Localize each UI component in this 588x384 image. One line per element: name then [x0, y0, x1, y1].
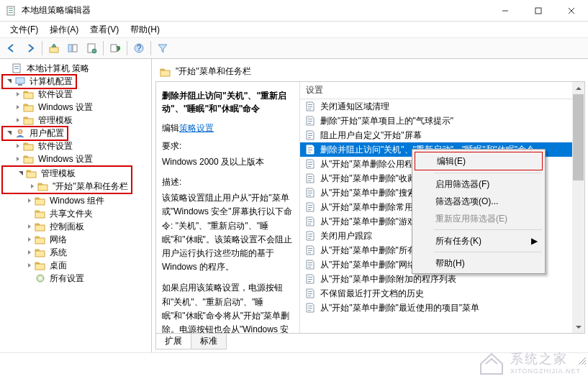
- help-button[interactable]: ?: [130, 40, 148, 57]
- window-title: 本地组策略编辑器: [22, 4, 489, 17]
- tree-item[interactable]: Windows 设置: [1, 101, 150, 114]
- svg-rect-54: [308, 109, 311, 109]
- svg-rect-5: [535, 8, 541, 14]
- svg-rect-52: [308, 104, 312, 105]
- menu-help[interactable]: 帮助(H): [126, 22, 164, 37]
- ctx-filter-on[interactable]: 启用筛选器(F): [414, 175, 543, 193]
- tree-item[interactable]: 软件设置: [1, 140, 150, 152]
- svg-rect-8: [50, 47, 58, 52]
- svg-rect-1: [9, 8, 13, 9]
- svg-rect-24: [24, 106, 33, 111]
- ctx-edit[interactable]: 编辑(E): [415, 152, 542, 170]
- vertical-scrollbar[interactable]: [572, 82, 584, 333]
- chevron-right-icon[interactable]: [24, 249, 35, 256]
- list-item[interactable]: 不保留最近打开文档的历史: [300, 286, 584, 301]
- chevron-right-icon[interactable]: [24, 223, 35, 230]
- list-item[interactable]: 关闭通知区域清理: [300, 99, 584, 114]
- maximize-button[interactable]: [522, 0, 555, 22]
- svg-rect-56: [308, 121, 312, 122]
- description-text-2: 如果启用该策略设置，电源按钮和"关机"、"重新启动"、"睡眠"和"休眠"命令将从…: [162, 281, 294, 333]
- chevron-right-icon[interactable]: [13, 91, 23, 98]
- menu-view[interactable]: 查看(V): [86, 22, 123, 37]
- list-header[interactable]: 设置: [300, 82, 584, 99]
- user-icon: [14, 127, 26, 139]
- svg-rect-2: [9, 10, 13, 11]
- tab-extended[interactable]: 扩展: [155, 334, 191, 349]
- scroll-up-button[interactable]: [572, 82, 584, 94]
- tree-item[interactable]: Windows 组件: [1, 194, 150, 207]
- tree-item[interactable]: 共享文件夹: [1, 207, 150, 220]
- setting-icon: [304, 288, 316, 299]
- svg-rect-69: [308, 180, 311, 181]
- svg-rect-68: [308, 178, 312, 179]
- up-button[interactable]: [45, 40, 63, 57]
- tree-root[interactable]: 本地计算机 策略: [1, 62, 150, 75]
- tree-admin-templates[interactable]: 管理模板 "开始"菜单和任务栏: [1, 165, 150, 194]
- setting-icon: [304, 158, 316, 170]
- chevron-right-icon[interactable]: [24, 236, 35, 243]
- svg-rect-89: [308, 279, 312, 280]
- chevron-down-icon[interactable]: [4, 78, 14, 85]
- svg-rect-51: [160, 70, 170, 76]
- ctx-all-tasks[interactable]: 所有任务(K)▶: [414, 232, 543, 250]
- scroll-thumb[interactable]: [573, 94, 584, 180]
- toolbar-separator: [42, 41, 42, 55]
- forward-button[interactable]: [22, 40, 39, 57]
- tree-item[interactable]: 所有设置: [1, 272, 150, 285]
- menu-file[interactable]: 文件(F): [6, 22, 42, 37]
- setting-icon: [304, 216, 316, 227]
- svg-rect-63: [308, 152, 311, 152]
- titlebar: 本地组策略编辑器: [0, 0, 588, 22]
- chevron-down-icon[interactable]: [16, 170, 26, 177]
- setting-icon: [304, 230, 316, 242]
- tree-pane[interactable]: 本地计算机 策略 计算机配置 软件设置 Windows 设置 管理模板 用户配置…: [0, 59, 152, 352]
- tree-item-selected[interactable]: "开始"菜单和任务栏: [4, 180, 130, 193]
- chevron-right-icon[interactable]: [27, 183, 37, 190]
- list-item[interactable]: 从"开始"菜单中删除附加的程序列表: [300, 272, 584, 286]
- chevron-right-icon[interactable]: [24, 262, 35, 269]
- tree-item[interactable]: Windows 设置: [1, 152, 150, 165]
- svg-rect-59: [308, 135, 312, 136]
- svg-rect-71: [308, 193, 312, 193]
- ctx-help[interactable]: 帮助(H): [414, 255, 543, 272]
- chevron-right-icon[interactable]: [13, 142, 23, 150]
- tree-computer-config[interactable]: 计算机配置: [1, 75, 150, 88]
- scroll-down-button[interactable]: [572, 321, 584, 333]
- app-icon: [6, 5, 17, 17]
- properties-button[interactable]: [83, 40, 100, 57]
- back-button[interactable]: [3, 40, 20, 57]
- svg-rect-17: [14, 66, 19, 67]
- chevron-down-icon[interactable]: [4, 129, 14, 137]
- svg-rect-61: [308, 147, 312, 148]
- list-item[interactable]: 阻止用户自定义"开始"屏幕: [300, 128, 584, 142]
- folder-icon: [23, 114, 35, 126]
- svg-rect-31: [24, 157, 33, 163]
- chevron-right-icon[interactable]: [13, 116, 23, 124]
- setting-icon: [304, 244, 316, 256]
- tree-item[interactable]: 网络: [1, 233, 150, 246]
- tab-standard[interactable]: 标准: [191, 334, 227, 349]
- tree-item[interactable]: 控制面板: [1, 220, 150, 233]
- list-item[interactable]: 删除"开始"菜单项目上的"气球提示": [300, 114, 584, 128]
- tree-item[interactable]: 系统: [1, 246, 150, 259]
- tree-item[interactable]: 桌面: [1, 259, 150, 272]
- filter-button[interactable]: [154, 40, 171, 57]
- chevron-right-icon[interactable]: [13, 104, 23, 111]
- export-button[interactable]: [107, 40, 124, 57]
- ctx-filter-opt[interactable]: 筛选器选项(O)...: [414, 193, 543, 210]
- chevron-right-icon[interactable]: [24, 197, 35, 204]
- close-button[interactable]: [555, 0, 588, 22]
- show-hide-button[interactable]: [64, 40, 81, 57]
- context-menu[interactable]: 编辑(E) 启用筛选器(F) 筛选器选项(O)... 重新应用筛选器(E) 所有…: [412, 149, 546, 274]
- watermark-sub: XITONGZHIJIA.NET: [510, 367, 581, 375]
- tree-item[interactable]: 软件设置: [1, 88, 150, 101]
- menu-action[interactable]: 操作(A): [45, 22, 83, 37]
- tree-item[interactable]: 管理模板: [1, 114, 150, 127]
- list-item[interactable]: 从"开始"菜单中删除"最近使用的项目"菜单: [300, 301, 584, 315]
- chevron-right-icon[interactable]: [13, 155, 23, 163]
- tree-user-config[interactable]: 用户配置: [1, 127, 150, 140]
- minimize-button[interactable]: [489, 0, 522, 22]
- svg-rect-41: [35, 225, 45, 231]
- list-item-label: 从"开始"菜单中删除附加的程序列表: [320, 273, 456, 285]
- edit-policy-link[interactable]: 策略设置: [179, 123, 214, 133]
